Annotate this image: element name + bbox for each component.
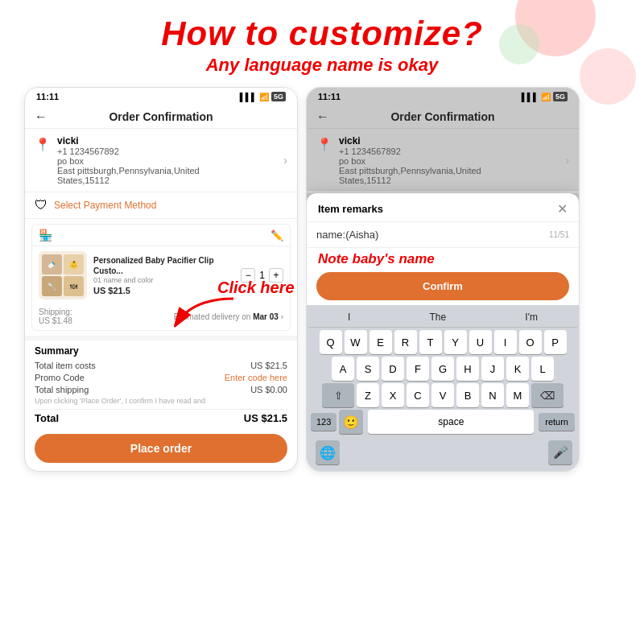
subtitle: Any language name is okay [0,55,644,76]
key-emoji[interactable]: 🙂 [339,410,363,434]
right-status-icons: ▌▌▌ 📶 5G [522,92,568,101]
product-name: Personalized Baby Pacifier Clip Custo... [93,255,234,276]
key-d[interactable]: D [382,357,404,381]
key-t[interactable]: T [419,330,442,354]
addr-box: po box [57,156,277,166]
suggestion-the[interactable]: The [423,311,453,324]
key-b[interactable]: B [456,383,479,407]
suggestion-i[interactable]: I [341,311,357,324]
right-status-bar: 11:11 ▌▌▌ 📶 5G [307,88,579,105]
right-nav-title: Order Confirmation [390,110,494,123]
screenshots-row: 11:11 ▌▌▌ 📶 5G ← Order Confirmation 📍 vi… [0,79,644,472]
keyboard-row-3: ⇧ Z X C V B N M ⌫ [308,383,577,407]
key-x[interactable]: X [382,383,404,407]
payment-icon: 🛡 [35,198,47,213]
right-addr-box: po box [339,156,559,166]
back-button[interactable]: ← [35,109,47,124]
location-icon: 📍 [35,137,51,152]
note-baby-label: Note baby's name [307,248,579,269]
key-a[interactable]: A [332,357,354,381]
summary-shipping: Total shipping US $0.00 [35,385,287,394]
right-time: 11:11 [318,92,341,101]
key-w[interactable]: W [345,330,367,354]
summary-promo[interactable]: Promo Code Enter code here [35,373,287,382]
addr-name: vicki [57,135,277,147]
key-j[interactable]: J [481,357,504,381]
item-remarks-modal: Item remarks ✕ name:(Aisha) 11/51 Note b… [307,193,579,471]
keyboard-row-2: A S D F G H J K L [308,357,577,381]
key-r[interactable]: R [394,330,417,354]
key-l[interactable]: L [531,357,554,381]
key-u[interactable]: U [469,330,492,354]
right-battery-icon: 5G [553,92,568,101]
key-f[interactable]: F [407,357,429,381]
key-microphone[interactable]: 🎤 [548,440,572,464]
remarks-input-field[interactable]: name:(Aisha) [316,229,549,241]
key-k[interactable]: K [506,357,529,381]
confirm-button[interactable]: Confirm [316,272,569,300]
right-location-icon: 📍 [316,137,332,152]
remarks-input-row: name:(Aisha) 11/51 [307,222,579,248]
disclaimer-text: Upon clicking 'Place Order', I confirm I… [35,397,287,405]
arrow-svg [169,295,242,335]
left-time: 11:11 [36,92,59,101]
right-addr-state: States,15112 [339,175,559,185]
signal-icon: ▌▌▌ [240,93,257,101]
key-c[interactable]: C [407,383,429,407]
left-address-block[interactable]: 📍 vicki +1 1234567892 po box East pittsb… [25,129,297,192]
summary-item-costs: Total item costs US $21.5 [35,361,287,370]
key-h[interactable]: H [456,357,479,381]
header-section: How to customize? Any language name is o… [0,0,644,79]
edit-icon[interactable]: ✏️ [270,229,283,242]
battery-icon: 5G [271,92,286,101]
shipping-row: Shipping: US $1.48 Estimated delivery on… [32,304,290,330]
key-e[interactable]: E [369,330,392,354]
key-i[interactable]: I [494,330,517,354]
key-s[interactable]: S [357,357,379,381]
key-q[interactable]: Q [320,330,342,354]
key-space[interactable]: space [368,410,534,434]
right-address-block: 📍 vicki +1 1234567892 po box East pittsb… [307,129,579,192]
left-payment-row[interactable]: 🛡 Select Payment Method [25,192,297,219]
left-status-icons: ▌▌▌ 📶 5G [240,92,286,101]
left-nav-title: Order Confirmation [109,110,213,123]
key-n[interactable]: N [481,383,504,407]
address-info: vicki +1 1234567892 po box East pittsbur… [57,135,277,185]
remarks-header: Item remarks ✕ [307,193,579,222]
product-image: 🍼 👶 🥄 🍽 [39,251,87,299]
total-value: US $21.5 [244,412,287,424]
key-o[interactable]: O [519,330,542,354]
key-g[interactable]: G [431,357,454,381]
key-shift[interactable]: ⇧ [322,383,354,407]
remarks-title: Item remarks [318,203,383,215]
suggestion-im[interactable]: I'm [518,311,544,324]
key-m[interactable]: M [506,383,529,407]
remarks-counter: 11/51 [549,230,569,239]
key-v[interactable]: V [431,383,454,407]
key-globe[interactable]: 🌐 [316,440,340,464]
shipping-label: Shipping: US $1.48 [39,308,72,325]
right-addr-city: East pittsburgh,Pennsylvania,United [339,166,559,175]
store-icon: 🏪 [39,229,52,242]
place-order-button[interactable]: Place order [35,434,287,463]
right-back-button[interactable]: ← [316,109,329,124]
keyboard-suggestions: I The I'm [308,308,577,328]
right-nav: ← Order Confirmation [307,105,579,129]
right-addr-arrow-icon: › [565,154,569,167]
main-title: How to customize? [0,14,644,53]
keyboard: I The I'm Q W E R T Y U I O P [307,305,579,471]
keyboard-row-1: Q W E R T Y U I O P [308,330,577,354]
total-label: Total [35,412,59,424]
key-backspace[interactable]: ⌫ [531,383,564,407]
remarks-close-button[interactable]: ✕ [557,201,568,217]
right-signal-icon: ▌▌▌ [522,93,539,101]
key-z[interactable]: Z [357,383,379,407]
addr-phone: +1 1234567892 [57,147,277,156]
product-header: 🏪 ✏️ [32,225,290,246]
product-details: Personalized Baby Pacifier Clip Custo...… [93,255,234,295]
key-p[interactable]: P [544,330,567,354]
key-y[interactable]: Y [444,330,467,354]
key-123[interactable]: 123 [311,413,336,431]
addr-state: States,15112 [57,175,277,185]
key-return[interactable]: return [539,413,575,431]
